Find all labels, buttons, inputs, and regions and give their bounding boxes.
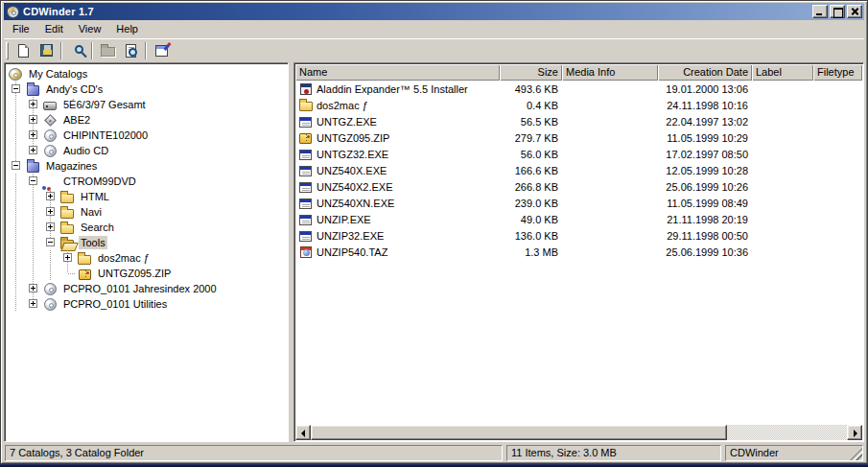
zip-icon [79,269,91,280]
toolbar-grip[interactable] [6,42,9,59]
tree-item-label[interactable]: HTML [79,190,111,203]
file-row[interactable]: UNTGZ.EXE56.5 KB22.04.1997 13:02 [295,113,862,129]
tree-item-label[interactable]: Magazines [44,159,99,173]
catalog-tree[interactable]: My CatalogsAndy's CD's5É6/3/97 GesamtABE… [4,62,289,442]
file-row[interactable]: UNZ540XN.EXE239.0 KB11.05.1999 08:49 [295,195,862,211]
menu-view[interactable]: View [71,21,109,37]
menu-bar: File Edit View Help [4,20,864,38]
tree-item[interactable]: ABE2 [8,112,288,128]
file-row[interactable]: UNZIP540.TAZ1.3 MB25.06.1999 10:36 [295,244,862,260]
expand-toggle-icon[interactable] [46,222,55,231]
tree-item-label[interactable]: PCPRO_0101 Utilities [61,297,169,311]
expand-toggle-icon[interactable] [46,192,55,200]
tree-item-label[interactable]: PCPRO_0101 Jahresindex 2000 [61,282,219,295]
tree-item[interactable]: PCPRO_0101 Jahresindex 2000 [8,281,288,296]
expand-toggle-icon[interactable] [29,146,37,154]
column-header-filetype[interactable]: Filetype [813,64,862,81]
exe-icon [299,231,312,242]
column-header-creation-date[interactable]: Creation Date [658,64,752,81]
folder-open-icon [60,240,74,249]
search-button[interactable] [65,40,88,61]
scrollbar-track[interactable] [727,425,847,440]
open-folder-button[interactable] [96,40,119,61]
tree-connector [8,158,25,174]
preview-button[interactable] [119,40,142,61]
menu-help[interactable]: Help [108,21,146,37]
tree-item[interactable]: Tools [8,235,288,250]
tree-item-label[interactable]: My Catalogs [27,67,89,81]
collapse-toggle-icon[interactable] [12,84,20,93]
title-bar[interactable]: CDWinder 1.7 [4,3,864,20]
tree-item-label[interactable]: Andy's CD's [44,82,105,96]
application-window: CDWinder 1.7 File Edit View Help My Cata… [0,0,868,467]
new-document-button[interactable] [12,40,35,61]
exe-icon [299,117,312,128]
file-row[interactable]: UNZ540X.EXE166.6 KB12.05.1999 10:28 [295,162,862,178]
tree-item[interactable]: HTML [8,189,288,204]
file-row[interactable]: UNTGZ32.EXE56.0 KB17.02.1997 08:50 [295,146,862,162]
file-size: 493.6 KB [500,83,562,95]
folder-icon [60,209,74,219]
file-name: UNTGZ32.EXE [317,149,388,160]
column-header-media-info[interactable]: Media Info [562,64,658,81]
save-button[interactable] [35,40,58,61]
tree-item[interactable]: UNTGZ095.ZIP [8,266,288,281]
file-creation-date: 11.05.1999 10:29 [658,132,752,144]
tree-guide [8,266,25,281]
tree-item-label[interactable]: Search [79,221,116,234]
column-header-size[interactable]: Size [500,64,562,81]
tree-item[interactable]: Andy's CD's [8,82,288,97]
tree-item-label[interactable]: CTROM99DVD [61,175,138,188]
file-row[interactable]: dos2mac ƒ0.4 KB24.11.1998 10:16 [295,97,862,113]
tree-connector [25,281,42,296]
minimize-button[interactable] [812,5,828,18]
file-row[interactable]: UNZIP32.EXE136.0 KB29.11.1998 00:50 [295,227,862,244]
tree-item-label[interactable]: UNTGZ095.ZIP [96,267,173,280]
file-row[interactable]: UNTGZ095.ZIP279.7 KB11.05.1999 10:29 [295,129,862,146]
horizontal-scrollbar[interactable] [295,425,862,440]
expand-toggle-icon[interactable] [29,130,37,139]
file-row[interactable]: UNZ540X2.EXE266.8 KB25.06.1999 10:26 [295,178,862,195]
expand-toggle-icon[interactable] [63,253,72,262]
tree-item-label[interactable]: dos2mac ƒ [96,251,152,265]
tree-item[interactable]: Audio CD [8,143,288,158]
maximize-button[interactable] [830,5,845,18]
tree-item[interactable]: PCPRO_0101 Utilities [8,296,288,312]
column-header-label[interactable]: Label [752,64,813,81]
column-header-name[interactable]: Name [295,64,500,81]
tree-item-label[interactable]: Navi [79,205,104,219]
tree-item[interactable]: Search [8,220,288,235]
tree-item-label[interactable]: CHIPINTE102000 [61,128,150,142]
close-button[interactable] [847,5,862,18]
file-size: 0.4 KB [500,100,562,111]
tree-item[interactable]: 5É6/3/97 Gesamt [8,97,288,112]
tree-item-label[interactable]: Audio CD [61,144,110,157]
tree-item-label[interactable]: 5É6/3/97 Gesamt [61,98,148,111]
menu-edit[interactable]: Edit [37,21,71,37]
file-name-cell: UNZ540X.EXE [295,163,500,177]
file-row[interactable]: Aladdin Expander™ 5.5 Installer493.6 KB1… [295,81,862,97]
expand-toggle-icon[interactable] [29,299,37,308]
expand-toggle-icon[interactable] [29,100,37,108]
tree-item[interactable]: CHIPINTE102000 [8,128,288,143]
tree-item-label[interactable]: Tools [79,236,107,249]
file-row[interactable]: UNZIP.EXE49.0 KB21.11.1998 20:19 [295,211,862,227]
tree-item[interactable]: CTROM99DVD [8,174,288,189]
main-content: My CatalogsAndy's CD's5É6/3/97 GesamtABE… [4,61,864,442]
properties-button[interactable] [150,40,173,61]
tree-item[interactable]: dos2mac ƒ [8,250,288,266]
tree-item-label[interactable]: ABE2 [61,113,92,127]
scroll-left-button[interactable] [295,425,311,440]
menu-file[interactable]: File [5,21,37,37]
expand-toggle-icon[interactable] [46,207,55,216]
collapse-toggle-icon[interactable] [29,176,37,185]
tree-item[interactable]: Navi [8,204,288,220]
scrollbar-thumb[interactable] [311,425,727,440]
tree-item[interactable]: Magazines [8,158,288,174]
expand-toggle-icon[interactable] [29,115,37,124]
scroll-right-button[interactable] [847,425,862,440]
collapse-toggle-icon[interactable] [12,161,20,170]
collapse-toggle-icon[interactable] [46,238,55,246]
tree-item[interactable]: My Catalogs [8,66,288,82]
expand-toggle-icon[interactable] [29,284,37,292]
